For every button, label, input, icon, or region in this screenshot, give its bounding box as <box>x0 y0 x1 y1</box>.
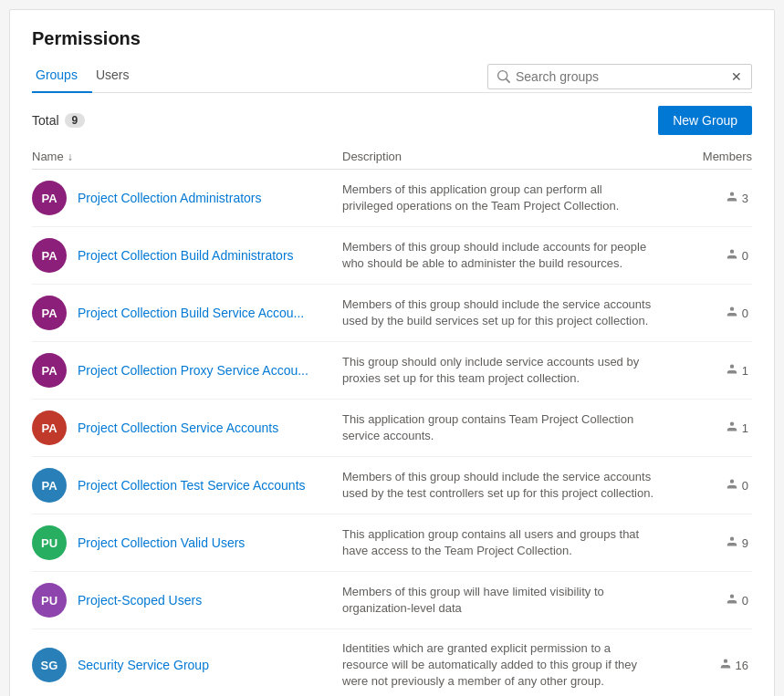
table-row: PA Project Collection Build Service Acco… <box>32 285 752 342</box>
toolbar-row: Total 9 New Group <box>32 93 752 144</box>
group-name-link[interactable]: Project Collection Test Service Accounts <box>78 478 306 493</box>
col-description-header: Description <box>342 150 670 163</box>
members-count: 1 <box>742 364 748 378</box>
table-body: PA Project Collection Administrators Mem… <box>32 170 752 696</box>
description-cell: Members of this group should include the… <box>342 296 670 329</box>
members-cell: 0 <box>670 306 752 320</box>
members-count: 1 <box>742 421 748 435</box>
members-icon <box>726 594 738 607</box>
avatar: PA <box>32 353 67 388</box>
description-cell: Members of this group should include the… <box>342 469 670 502</box>
new-group-button[interactable]: New Group <box>658 106 752 135</box>
members-icon <box>726 192 738 204</box>
members-cell: 1 <box>670 421 752 435</box>
group-name-link[interactable]: Project Collection Build Service Accou..… <box>78 306 304 320</box>
group-name-link[interactable]: Project Collection Administrators <box>78 191 262 205</box>
members-count: 0 <box>742 479 748 493</box>
table-row: SG Security Service Group Identities whi… <box>32 629 752 696</box>
table-row: PU Project Collection Valid Users This a… <box>32 514 752 572</box>
avatar: PA <box>32 238 67 273</box>
members-cell: 0 <box>670 249 752 263</box>
avatar: PA <box>32 181 67 215</box>
total-label: Total <box>32 113 59 128</box>
description-cell: Members of this group will have limited … <box>342 584 670 617</box>
page-title: Permissions <box>32 28 752 49</box>
description-cell: Members of this application group can pe… <box>342 182 670 214</box>
count-badge: 9 <box>65 113 86 128</box>
group-name-link[interactable]: Project-Scoped Users <box>78 593 202 608</box>
members-count: 16 <box>736 659 748 672</box>
members-icon <box>726 306 738 319</box>
group-name-link[interactable]: Project Collection Proxy Service Accou..… <box>78 363 308 378</box>
search-box: ✕ <box>487 64 752 89</box>
description-cell: Identities which are granted explicit pe… <box>342 640 670 691</box>
table-row: PA Project Collection Proxy Service Acco… <box>32 342 752 400</box>
description-cell: Members of this group should include acc… <box>342 239 670 272</box>
members-cell: 1 <box>670 364 752 378</box>
members-icon <box>726 536 738 549</box>
avatar: PA <box>32 468 67 503</box>
name-cell: PA Project Collection Test Service Accou… <box>32 468 342 503</box>
members-cell: 3 <box>670 192 752 205</box>
col-members-header: Members <box>670 150 752 163</box>
tabs: Groups Users <box>32 60 143 92</box>
description-cell: This application group contains all user… <box>342 526 670 559</box>
group-name-link[interactable]: Project Collection Build Administrators <box>78 248 294 263</box>
group-name-link[interactable]: Project Collection Service Accounts <box>78 421 278 435</box>
members-cell: 0 <box>670 479 752 493</box>
group-name-link[interactable]: Security Service Group <box>78 658 209 672</box>
description-cell: This application group contains Team Pro… <box>342 411 670 444</box>
avatar: PA <box>32 296 67 330</box>
search-icon <box>497 70 510 83</box>
table-row: PA Project Collection Service Accounts T… <box>32 400 752 457</box>
members-cell: 9 <box>670 536 752 550</box>
members-count: 0 <box>742 249 748 263</box>
members-count: 0 <box>742 306 748 320</box>
avatar: SG <box>32 648 67 682</box>
tab-users[interactable]: Users <box>92 60 144 93</box>
name-cell: PU Project Collection Valid Users <box>32 525 342 560</box>
name-cell: PU Project-Scoped Users <box>32 583 342 618</box>
members-count: 3 <box>742 192 748 205</box>
col-name-header: Name ↓ <box>32 150 342 163</box>
avatar: PU <box>32 525 67 560</box>
tab-groups[interactable]: Groups <box>32 60 92 93</box>
members-count: 9 <box>742 536 748 550</box>
sort-arrow-icon[interactable]: ↓ <box>68 151 73 163</box>
members-icon <box>726 364 738 377</box>
avatar: PA <box>32 410 67 445</box>
avatar: PU <box>32 583 67 618</box>
name-cell: PA Project Collection Service Accounts <box>32 410 342 445</box>
members-cell: 0 <box>670 594 752 608</box>
name-cell: PA Project Collection Build Service Acco… <box>32 296 342 330</box>
table-row: PA Project Collection Test Service Accou… <box>32 457 752 514</box>
total-badge: Total 9 <box>32 113 85 128</box>
members-icon <box>719 659 732 671</box>
members-count: 0 <box>742 594 748 608</box>
name-cell: SG Security Service Group <box>32 648 342 682</box>
members-icon <box>726 421 738 434</box>
tabs-search-row: Groups Users ✕ <box>32 60 752 93</box>
table-header: Name ↓ Description Members <box>32 144 752 170</box>
table-row: PA Project Collection Build Administrato… <box>32 227 752 285</box>
name-cell: PA Project Collection Administrators <box>32 181 342 215</box>
members-cell: 16 <box>670 659 752 672</box>
clear-search-icon[interactable]: ✕ <box>731 69 742 84</box>
table-row: PU Project-Scoped Users Members of this … <box>32 572 752 629</box>
members-icon <box>726 479 738 492</box>
members-icon <box>726 249 738 262</box>
description-cell: This group should only include service a… <box>342 354 670 387</box>
name-cell: PA Project Collection Proxy Service Acco… <box>32 353 342 388</box>
search-input[interactable] <box>516 69 726 84</box>
page-container: Permissions Groups Users ✕ Total 9 New G… <box>9 9 775 696</box>
table-row: PA Project Collection Administrators Mem… <box>32 170 752 227</box>
name-cell: PA Project Collection Build Administrato… <box>32 238 342 273</box>
group-name-link[interactable]: Project Collection Valid Users <box>78 535 245 550</box>
